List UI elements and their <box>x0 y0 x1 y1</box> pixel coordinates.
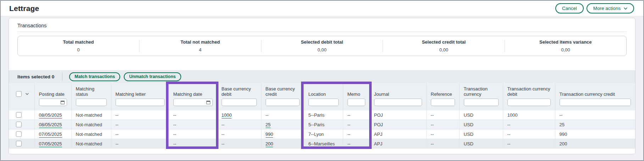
cell-matching-status: Not-matched <box>71 129 111 139</box>
row-checkbox[interactable] <box>16 131 22 137</box>
cell-journal: APJ <box>370 129 426 139</box>
cell-location: 5--Paris <box>304 110 343 120</box>
cell-link-base-credit[interactable]: 990 <box>266 132 273 138</box>
cell-matching-date: -- <box>169 129 217 139</box>
cell-link-posting-date[interactable]: 07/05/2025 <box>39 141 62 147</box>
cell-posting-date: 08/05/2025 <box>34 110 71 120</box>
cell-txn-currency: USD <box>459 139 503 149</box>
cell-matching-status: Not-matched <box>71 110 111 120</box>
summary-selected-debit-total: Selected debit total 0,00 <box>261 39 383 52</box>
row-checkbox[interactable] <box>16 112 22 118</box>
col-header-location[interactable]: Location <box>304 83 343 97</box>
select-all-header <box>9 83 34 97</box>
select-all-checkbox[interactable] <box>16 91 22 97</box>
chevron-down-icon[interactable] <box>26 93 29 95</box>
chevron-down-icon <box>624 7 627 10</box>
calendar-icon[interactable] <box>206 101 210 104</box>
col-header-posting-date[interactable]: Posting date <box>34 83 71 97</box>
filter-empty-cell <box>9 97 34 110</box>
filter-memo[interactable] <box>348 99 365 106</box>
cell-matching-letter: -- <box>111 110 169 120</box>
filter-location[interactable] <box>309 99 339 106</box>
cell-posting-date: 08/05/2025 <box>34 120 71 129</box>
calendar-icon[interactable] <box>61 101 65 104</box>
cell-journal: POJ <box>370 120 426 129</box>
filter-transaction-currency-credit[interactable] <box>560 99 631 106</box>
unmatch-transactions-label: Unmatch transactions <box>129 74 176 79</box>
table-row: 07/05/2025Not-matched------2006--Marseil… <box>9 139 635 149</box>
row-checkbox[interactable] <box>16 141 22 146</box>
cell-base-credit: 25 <box>261 120 304 129</box>
cancel-button[interactable]: Cancel <box>555 3 584 13</box>
cell-base-credit: 990 <box>261 129 304 139</box>
cell-location: 7--Lyon <box>304 129 343 139</box>
section-divider <box>17 32 627 32</box>
col-header-transaction-currency-credit[interactable]: Transaction currency credit <box>555 83 635 97</box>
top-bar: Lettrage Cancel More actions <box>1 1 643 16</box>
cell-link-posting-date[interactable]: 07/05/2025 <box>39 132 62 138</box>
col-header-matching-status[interactable]: Matching status <box>71 83 111 97</box>
filter-reference[interactable] <box>431 99 455 106</box>
cell-reference: -- <box>426 139 459 149</box>
col-header-memo[interactable]: Memo <box>343 83 370 97</box>
cell-reference: -- <box>426 110 459 120</box>
cell-link-base-debit[interactable]: 1000 <box>222 112 232 118</box>
cell-link-posting-date[interactable]: 08/05/2025 <box>39 112 62 118</box>
col-header-base-currency-credit[interactable]: Base currency credit <box>261 83 304 97</box>
summary-selected-credit-total: Selected credit total 0,00 <box>383 39 504 52</box>
cell-select <box>9 110 34 120</box>
page-title: Lettrage <box>9 4 39 13</box>
more-actions-button[interactable]: More actions <box>587 3 634 13</box>
section-title: Transactions <box>17 23 627 28</box>
cell-txn-credit: 990 <box>555 129 635 139</box>
cell-matching-letter: -- <box>111 120 169 129</box>
cell-journal: POJ <box>370 110 426 120</box>
cell-matching-letter: -- <box>111 129 169 139</box>
match-transactions-label: Match transactions <box>74 74 115 79</box>
col-header-base-currency-debit[interactable]: Base currency debit <box>217 83 261 97</box>
transactions-table: Posting date Matching status Matching le… <box>9 83 635 149</box>
filter-transaction-currency-debit[interactable] <box>507 99 551 106</box>
col-header-transaction-currency-debit[interactable]: Transaction currency debit <box>503 83 555 97</box>
cell-link-posting-date[interactable]: 08/05/2025 <box>39 122 62 128</box>
cell-journal: APJ <box>370 139 426 149</box>
cell-base-debit: -- <box>217 120 261 129</box>
col-header-matching-date[interactable]: Matching date <box>169 83 217 97</box>
cell-select <box>9 129 34 139</box>
cell-base-debit: -- <box>217 139 261 149</box>
filter-matching-letter[interactable] <box>116 99 165 106</box>
cell-link-base-credit[interactable]: 200 <box>266 141 273 147</box>
col-header-reference[interactable]: Reference <box>426 83 459 97</box>
cell-memo: -- <box>343 120 370 129</box>
cell-link-base-credit[interactable]: 25 <box>266 122 271 128</box>
summary-selected-items-variance: Selected items variance 0,00 <box>505 39 626 52</box>
table-body: 08/05/2025Not-matched----1000--5--Paris-… <box>9 110 635 149</box>
col-header-journal[interactable]: Journal <box>370 83 426 97</box>
cell-txn-debit: -- <box>503 139 555 149</box>
cell-select <box>9 120 34 129</box>
match-transactions-button[interactable]: Match transactions <box>69 72 120 81</box>
filter-matching-status[interactable] <box>76 99 107 106</box>
row-checkbox[interactable] <box>16 122 22 127</box>
cell-select <box>9 139 34 149</box>
summary-total-matched: Total matched 0 <box>18 39 139 52</box>
cell-txn-credit: 25 <box>555 120 635 129</box>
cell-matching-date: -- <box>169 120 217 129</box>
cell-matching-date: -- <box>169 139 217 149</box>
cell-location: 6--Marseilles <box>304 139 343 149</box>
cell-txn-credit: 200 <box>555 139 635 149</box>
table-row: 08/05/2025Not-matched------255--Paris--P… <box>9 120 635 129</box>
cell-base-debit: -- <box>217 129 261 139</box>
filter-journal[interactable] <box>374 99 422 106</box>
cell-matching-status: Not-matched <box>71 139 111 149</box>
col-header-matching-letter[interactable]: Matching letter <box>111 83 169 97</box>
items-selected-label: Items selected 0 <box>17 74 54 79</box>
unmatch-transactions-button[interactable]: Unmatch transactions <box>124 72 181 81</box>
col-header-transaction-currency[interactable]: Transaction currency <box>459 83 503 97</box>
cell-txn-debit: 1000 <box>503 110 555 120</box>
filter-transaction-currency[interactable] <box>464 99 499 106</box>
filter-base-currency-credit[interactable] <box>266 99 300 106</box>
lettrage-screen: Lettrage Cancel More actions Transaction… <box>0 0 644 161</box>
cell-txn-credit: -- <box>555 110 635 120</box>
filter-base-currency-debit[interactable] <box>222 99 257 106</box>
